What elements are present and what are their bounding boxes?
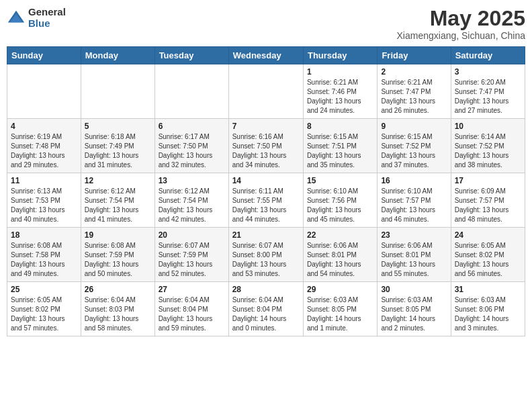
- location: Xiamengxiang, Sichuan, China: [397, 30, 525, 41]
- day-number: 9: [381, 122, 447, 131]
- day-number: 4: [11, 122, 77, 131]
- day-cell: 16Sunrise: 6:10 AM Sunset: 7:57 PM Dayli…: [378, 173, 451, 228]
- day-number: 14: [232, 176, 300, 185]
- day-cell: 29Sunrise: 6:03 AM Sunset: 8:05 PM Dayli…: [303, 282, 377, 336]
- day-number: 3: [455, 67, 521, 77]
- day-info: Sunrise: 6:21 AM Sunset: 7:46 PM Dayligh…: [307, 78, 373, 116]
- weekday-tuesday: Tuesday: [154, 47, 228, 64]
- day-cell: 26Sunrise: 6:04 AM Sunset: 8:03 PM Dayli…: [81, 282, 154, 336]
- day-info: Sunrise: 6:16 AM Sunset: 7:50 PM Dayligh…: [232, 132, 300, 170]
- day-number: 15: [307, 176, 373, 185]
- day-number: 24: [455, 230, 521, 240]
- day-cell: 12Sunrise: 6:12 AM Sunset: 7:54 PM Dayli…: [81, 173, 154, 228]
- day-number: 21: [232, 230, 300, 240]
- day-cell: 14Sunrise: 6:11 AM Sunset: 7:55 PM Dayli…: [228, 173, 303, 228]
- logo-general-text: General: [28, 7, 66, 18]
- logo-blue-text: Blue: [28, 18, 66, 30]
- day-cell: 4Sunrise: 6:19 AM Sunset: 7:48 PM Daylig…: [7, 119, 81, 173]
- day-cell: [81, 64, 154, 119]
- weekday-saturday: Saturday: [451, 47, 525, 64]
- weekday-sunday: Sunday: [7, 47, 81, 64]
- title-section: May 2025 Xiamengxiang, Sichuan, China: [397, 7, 525, 41]
- logo: General Blue: [7, 7, 66, 29]
- day-number: 23: [381, 230, 447, 240]
- logo-text: General Blue: [28, 7, 66, 29]
- day-cell: 19Sunrise: 6:08 AM Sunset: 7:59 PM Dayli…: [81, 228, 154, 282]
- day-info: Sunrise: 6:12 AM Sunset: 7:54 PM Dayligh…: [85, 187, 151, 224]
- day-cell: 31Sunrise: 6:03 AM Sunset: 8:06 PM Dayli…: [451, 282, 525, 336]
- logo-icon: [7, 9, 26, 28]
- day-info: Sunrise: 6:03 AM Sunset: 8:05 PM Dayligh…: [307, 295, 373, 333]
- day-info: Sunrise: 6:10 AM Sunset: 7:57 PM Dayligh…: [381, 187, 447, 224]
- day-number: 5: [85, 122, 151, 131]
- day-info: Sunrise: 6:19 AM Sunset: 7:48 PM Dayligh…: [11, 132, 77, 170]
- day-cell: 25Sunrise: 6:05 AM Sunset: 8:02 PM Dayli…: [7, 282, 81, 336]
- day-info: Sunrise: 6:12 AM Sunset: 7:54 PM Dayligh…: [159, 187, 225, 224]
- day-info: Sunrise: 6:10 AM Sunset: 7:56 PM Dayligh…: [307, 187, 373, 224]
- day-number: 22: [307, 230, 373, 240]
- page-header: General Blue May 2025 Xiamengxiang, Sich…: [7, 7, 525, 41]
- day-info: Sunrise: 6:21 AM Sunset: 7:47 PM Dayligh…: [381, 78, 447, 116]
- day-cell: [7, 64, 81, 119]
- day-info: Sunrise: 6:07 AM Sunset: 8:00 PM Dayligh…: [232, 241, 300, 279]
- day-info: Sunrise: 6:09 AM Sunset: 7:57 PM Dayligh…: [455, 187, 521, 224]
- day-cell: 11Sunrise: 6:13 AM Sunset: 7:53 PM Dayli…: [7, 173, 81, 228]
- day-number: 30: [381, 285, 447, 294]
- day-info: Sunrise: 6:04 AM Sunset: 8:04 PM Dayligh…: [159, 295, 225, 333]
- day-info: Sunrise: 6:17 AM Sunset: 7:50 PM Dayligh…: [159, 132, 225, 170]
- day-info: Sunrise: 6:07 AM Sunset: 7:59 PM Dayligh…: [159, 241, 225, 279]
- day-info: Sunrise: 6:03 AM Sunset: 8:05 PM Dayligh…: [381, 295, 447, 333]
- day-cell: 7Sunrise: 6:16 AM Sunset: 7:50 PM Daylig…: [228, 119, 303, 173]
- day-info: Sunrise: 6:04 AM Sunset: 8:03 PM Dayligh…: [85, 295, 151, 333]
- day-cell: 24Sunrise: 6:05 AM Sunset: 8:02 PM Dayli…: [451, 228, 525, 282]
- day-cell: 10Sunrise: 6:14 AM Sunset: 7:52 PM Dayli…: [451, 119, 525, 173]
- day-info: Sunrise: 6:03 AM Sunset: 8:06 PM Dayligh…: [455, 295, 521, 333]
- week-row-5: 25Sunrise: 6:05 AM Sunset: 8:02 PM Dayli…: [7, 282, 525, 336]
- week-row-2: 4Sunrise: 6:19 AM Sunset: 7:48 PM Daylig…: [7, 119, 525, 173]
- day-cell: 9Sunrise: 6:15 AM Sunset: 7:52 PM Daylig…: [378, 119, 451, 173]
- day-cell: 18Sunrise: 6:08 AM Sunset: 7:58 PM Dayli…: [7, 228, 81, 282]
- day-info: Sunrise: 6:15 AM Sunset: 7:52 PM Dayligh…: [381, 132, 447, 170]
- day-info: Sunrise: 6:06 AM Sunset: 8:01 PM Dayligh…: [381, 241, 447, 279]
- day-number: 28: [232, 285, 300, 294]
- calendar-table: SundayMondayTuesdayWednesdayThursdayFrid…: [7, 46, 525, 336]
- day-number: 11: [11, 176, 77, 185]
- day-info: Sunrise: 6:04 AM Sunset: 8:04 PM Dayligh…: [232, 295, 300, 333]
- day-cell: 1Sunrise: 6:21 AM Sunset: 7:46 PM Daylig…: [303, 64, 377, 119]
- day-cell: 15Sunrise: 6:10 AM Sunset: 7:56 PM Dayli…: [303, 173, 377, 228]
- day-cell: 5Sunrise: 6:18 AM Sunset: 7:49 PM Daylig…: [81, 119, 154, 173]
- day-info: Sunrise: 6:06 AM Sunset: 8:01 PM Dayligh…: [307, 241, 373, 279]
- week-row-3: 11Sunrise: 6:13 AM Sunset: 7:53 PM Dayli…: [7, 173, 525, 228]
- weekday-friday: Friday: [378, 47, 451, 64]
- day-cell: [154, 64, 228, 119]
- day-cell: 22Sunrise: 6:06 AM Sunset: 8:01 PM Dayli…: [303, 228, 377, 282]
- day-number: 10: [455, 122, 521, 131]
- day-number: 8: [307, 122, 373, 131]
- week-row-4: 18Sunrise: 6:08 AM Sunset: 7:58 PM Dayli…: [7, 228, 525, 282]
- day-info: Sunrise: 6:13 AM Sunset: 7:53 PM Dayligh…: [11, 187, 77, 224]
- day-number: 26: [85, 285, 151, 294]
- day-number: 1: [307, 67, 373, 77]
- day-info: Sunrise: 6:14 AM Sunset: 7:52 PM Dayligh…: [455, 132, 521, 170]
- day-number: 27: [159, 285, 225, 294]
- day-cell: [228, 64, 303, 119]
- day-info: Sunrise: 6:05 AM Sunset: 8:02 PM Dayligh…: [455, 241, 521, 279]
- day-info: Sunrise: 6:18 AM Sunset: 7:49 PM Dayligh…: [85, 132, 151, 170]
- weekday-thursday: Thursday: [303, 47, 377, 64]
- day-cell: 17Sunrise: 6:09 AM Sunset: 7:57 PM Dayli…: [451, 173, 525, 228]
- week-row-1: 1Sunrise: 6:21 AM Sunset: 7:46 PM Daylig…: [7, 64, 525, 119]
- day-cell: 21Sunrise: 6:07 AM Sunset: 8:00 PM Dayli…: [228, 228, 303, 282]
- month-title: May 2025: [397, 7, 525, 30]
- day-info: Sunrise: 6:08 AM Sunset: 7:58 PM Dayligh…: [11, 241, 77, 279]
- day-number: 13: [159, 176, 225, 185]
- day-cell: 23Sunrise: 6:06 AM Sunset: 8:01 PM Dayli…: [378, 228, 451, 282]
- weekday-wednesday: Wednesday: [228, 47, 303, 64]
- day-cell: 30Sunrise: 6:03 AM Sunset: 8:05 PM Dayli…: [378, 282, 451, 336]
- day-number: 16: [381, 176, 447, 185]
- day-number: 6: [159, 122, 225, 131]
- day-number: 29: [307, 285, 373, 294]
- day-cell: 2Sunrise: 6:21 AM Sunset: 7:47 PM Daylig…: [378, 64, 451, 119]
- day-number: 19: [85, 230, 151, 240]
- day-cell: 28Sunrise: 6:04 AM Sunset: 8:04 PM Dayli…: [228, 282, 303, 336]
- day-number: 17: [455, 176, 521, 185]
